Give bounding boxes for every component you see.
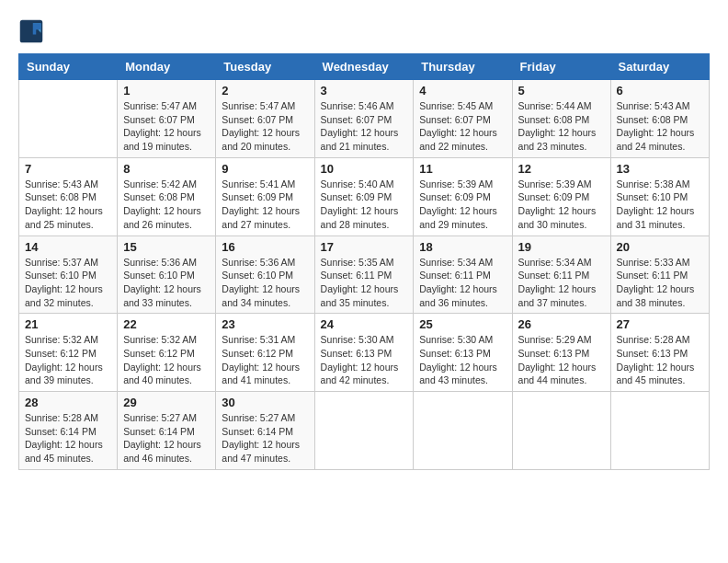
day-cell: 14Sunrise: 5:37 AM Sunset: 6:10 PM Dayli… xyxy=(19,236,118,314)
logo-icon xyxy=(18,18,44,44)
day-info: Sunrise: 5:45 AM Sunset: 6:07 PM Dayligh… xyxy=(419,99,506,154)
col-header-sunday: Sunday xyxy=(19,54,118,80)
day-number: 18 xyxy=(419,240,506,254)
day-number: 30 xyxy=(222,396,308,409)
day-cell xyxy=(414,392,512,470)
day-info: Sunrise: 5:34 AM Sunset: 6:11 PM Dayligh… xyxy=(518,256,605,310)
col-header-wednesday: Wednesday xyxy=(314,54,414,80)
day-cell: 24Sunrise: 5:30 AM Sunset: 6:13 PM Dayli… xyxy=(314,314,414,392)
day-cell: 23Sunrise: 5:31 AM Sunset: 6:12 PM Dayli… xyxy=(216,314,314,392)
col-header-thursday: Thursday xyxy=(414,54,512,80)
day-cell: 10Sunrise: 5:40 AM Sunset: 6:09 PM Dayli… xyxy=(314,157,414,236)
day-cell: 9Sunrise: 5:41 AM Sunset: 6:09 PM Daylig… xyxy=(216,157,314,236)
day-number: 13 xyxy=(617,162,703,176)
day-number: 20 xyxy=(617,240,703,254)
week-row-1: 7Sunrise: 5:43 AM Sunset: 6:08 PM Daylig… xyxy=(19,157,710,236)
day-cell xyxy=(512,392,610,470)
day-number: 24 xyxy=(321,317,408,331)
col-header-friday: Friday xyxy=(512,54,610,80)
day-number: 17 xyxy=(321,240,408,254)
day-info: Sunrise: 5:39 AM Sunset: 6:09 PM Dayligh… xyxy=(419,178,506,232)
day-number: 25 xyxy=(419,317,506,331)
calendar-header-row: SundayMondayTuesdayWednesdayThursdayFrid… xyxy=(19,54,710,80)
day-cell: 27Sunrise: 5:28 AM Sunset: 6:13 PM Dayli… xyxy=(610,314,709,392)
day-info: Sunrise: 5:36 AM Sunset: 6:10 PM Dayligh… xyxy=(123,256,210,310)
day-cell: 29Sunrise: 5:27 AM Sunset: 6:14 PM Dayli… xyxy=(118,392,216,470)
col-header-monday: Monday xyxy=(118,54,216,80)
day-number: 10 xyxy=(321,162,408,176)
day-info: Sunrise: 5:34 AM Sunset: 6:11 PM Dayligh… xyxy=(419,256,506,310)
day-number: 15 xyxy=(123,240,210,254)
day-info: Sunrise: 5:28 AM Sunset: 6:13 PM Dayligh… xyxy=(617,333,703,387)
day-number: 21 xyxy=(25,317,111,331)
day-cell xyxy=(610,392,709,470)
day-cell: 26Sunrise: 5:29 AM Sunset: 6:13 PM Dayli… xyxy=(512,314,610,392)
day-number: 12 xyxy=(518,162,605,176)
day-number: 14 xyxy=(25,240,111,254)
day-cell: 4Sunrise: 5:45 AM Sunset: 6:07 PM Daylig… xyxy=(414,80,512,158)
day-number: 26 xyxy=(518,317,605,331)
day-number: 9 xyxy=(222,162,308,176)
day-cell xyxy=(19,80,118,158)
page-header xyxy=(18,18,710,44)
day-cell: 6Sunrise: 5:43 AM Sunset: 6:08 PM Daylig… xyxy=(610,80,709,158)
day-number: 6 xyxy=(617,84,703,98)
day-cell: 15Sunrise: 5:36 AM Sunset: 6:10 PM Dayli… xyxy=(118,236,216,314)
day-info: Sunrise: 5:44 AM Sunset: 6:08 PM Dayligh… xyxy=(518,99,605,154)
day-cell: 11Sunrise: 5:39 AM Sunset: 6:09 PM Dayli… xyxy=(414,157,512,236)
calendar-table: SundayMondayTuesdayWednesdayThursdayFrid… xyxy=(18,53,710,470)
day-cell: 2Sunrise: 5:47 AM Sunset: 6:07 PM Daylig… xyxy=(216,80,314,158)
day-info: Sunrise: 5:35 AM Sunset: 6:11 PM Dayligh… xyxy=(321,256,408,310)
day-info: Sunrise: 5:32 AM Sunset: 6:12 PM Dayligh… xyxy=(25,333,111,387)
day-number: 2 xyxy=(222,84,308,98)
day-cell: 7Sunrise: 5:43 AM Sunset: 6:08 PM Daylig… xyxy=(19,157,118,236)
day-info: Sunrise: 5:46 AM Sunset: 6:07 PM Dayligh… xyxy=(321,99,408,154)
day-info: Sunrise: 5:43 AM Sunset: 6:08 PM Dayligh… xyxy=(25,178,111,232)
day-info: Sunrise: 5:27 AM Sunset: 6:14 PM Dayligh… xyxy=(222,411,308,465)
day-number: 3 xyxy=(321,84,408,98)
day-info: Sunrise: 5:37 AM Sunset: 6:10 PM Dayligh… xyxy=(25,256,111,310)
week-row-3: 21Sunrise: 5:32 AM Sunset: 6:12 PM Dayli… xyxy=(19,314,710,392)
day-cell: 12Sunrise: 5:39 AM Sunset: 6:09 PM Dayli… xyxy=(512,157,610,236)
logo xyxy=(18,18,48,44)
day-info: Sunrise: 5:41 AM Sunset: 6:09 PM Dayligh… xyxy=(222,178,308,232)
day-info: Sunrise: 5:28 AM Sunset: 6:14 PM Dayligh… xyxy=(25,411,111,465)
day-info: Sunrise: 5:30 AM Sunset: 6:13 PM Dayligh… xyxy=(321,333,408,387)
day-number: 27 xyxy=(617,317,703,331)
day-cell: 20Sunrise: 5:33 AM Sunset: 6:11 PM Dayli… xyxy=(610,236,709,314)
week-row-4: 28Sunrise: 5:28 AM Sunset: 6:14 PM Dayli… xyxy=(19,392,710,470)
col-header-saturday: Saturday xyxy=(610,54,709,80)
day-number: 29 xyxy=(123,396,210,409)
day-number: 16 xyxy=(222,240,308,254)
day-info: Sunrise: 5:27 AM Sunset: 6:14 PM Dayligh… xyxy=(123,411,210,465)
day-cell: 13Sunrise: 5:38 AM Sunset: 6:10 PM Dayli… xyxy=(610,157,709,236)
day-info: Sunrise: 5:38 AM Sunset: 6:10 PM Dayligh… xyxy=(617,178,703,232)
day-info: Sunrise: 5:40 AM Sunset: 6:09 PM Dayligh… xyxy=(321,178,408,232)
day-cell: 1Sunrise: 5:47 AM Sunset: 6:07 PM Daylig… xyxy=(118,80,216,158)
day-number: 7 xyxy=(25,162,111,176)
day-cell: 16Sunrise: 5:36 AM Sunset: 6:10 PM Dayli… xyxy=(216,236,314,314)
day-info: Sunrise: 5:47 AM Sunset: 6:07 PM Dayligh… xyxy=(123,99,210,154)
day-info: Sunrise: 5:36 AM Sunset: 6:10 PM Dayligh… xyxy=(222,256,308,310)
day-info: Sunrise: 5:31 AM Sunset: 6:12 PM Dayligh… xyxy=(222,333,308,387)
day-info: Sunrise: 5:29 AM Sunset: 6:13 PM Dayligh… xyxy=(518,333,605,387)
day-cell: 3Sunrise: 5:46 AM Sunset: 6:07 PM Daylig… xyxy=(314,80,414,158)
day-cell: 5Sunrise: 5:44 AM Sunset: 6:08 PM Daylig… xyxy=(512,80,610,158)
day-info: Sunrise: 5:47 AM Sunset: 6:07 PM Dayligh… xyxy=(222,99,308,154)
day-cell: 30Sunrise: 5:27 AM Sunset: 6:14 PM Dayli… xyxy=(216,392,314,470)
day-number: 23 xyxy=(222,317,308,331)
day-info: Sunrise: 5:30 AM Sunset: 6:13 PM Dayligh… xyxy=(419,333,506,387)
week-row-2: 14Sunrise: 5:37 AM Sunset: 6:10 PM Dayli… xyxy=(19,236,710,314)
day-cell: 25Sunrise: 5:30 AM Sunset: 6:13 PM Dayli… xyxy=(414,314,512,392)
day-number: 8 xyxy=(123,162,210,176)
day-cell: 19Sunrise: 5:34 AM Sunset: 6:11 PM Dayli… xyxy=(512,236,610,314)
day-number: 11 xyxy=(419,162,506,176)
day-number: 1 xyxy=(123,84,210,98)
day-number: 4 xyxy=(419,84,506,98)
day-info: Sunrise: 5:43 AM Sunset: 6:08 PM Dayligh… xyxy=(617,99,703,154)
week-row-0: 1Sunrise: 5:47 AM Sunset: 6:07 PM Daylig… xyxy=(19,80,710,158)
day-number: 19 xyxy=(518,240,605,254)
day-cell: 28Sunrise: 5:28 AM Sunset: 6:14 PM Dayli… xyxy=(19,392,118,470)
col-header-tuesday: Tuesday xyxy=(216,54,314,80)
day-info: Sunrise: 5:42 AM Sunset: 6:08 PM Dayligh… xyxy=(123,178,210,232)
